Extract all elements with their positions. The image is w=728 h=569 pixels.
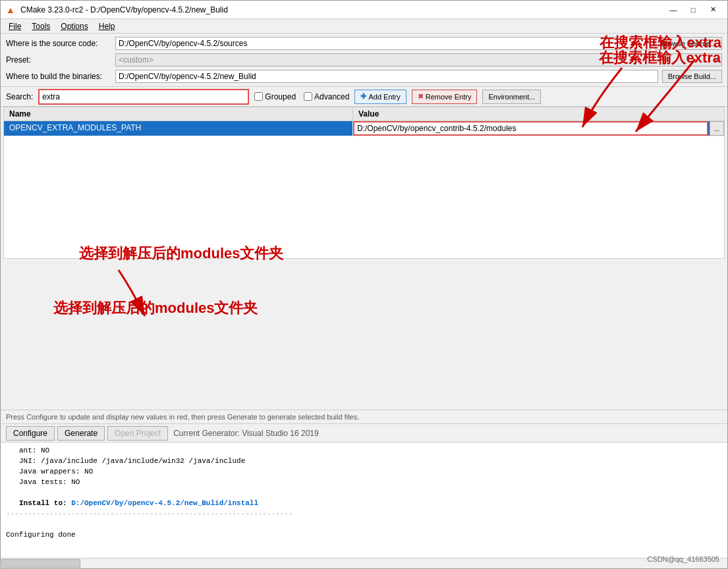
table-header: Name Value: [4, 107, 724, 121]
log-val-install: D:/OpenCV/by/opencv-4.5.2/new_Bulid/inst…: [71, 499, 258, 507]
log-val-jni: /java/include /java/include/win32 /java/…: [41, 457, 245, 465]
generate-button[interactable]: Generate: [57, 426, 105, 441]
cell-name-0[interactable]: OPENCV_EXTRA_MODULES_PATH: [4, 121, 353, 136]
browse-build-button[interactable]: Browse Build...: [662, 70, 722, 83]
window-title: CMake 3.23.0-rc2 - D:/OpenCV/by/opencv-4…: [20, 5, 228, 14]
title-controls: — □ ✕: [664, 3, 722, 16]
log-key-jni: JNI:: [19, 457, 41, 465]
title-bar-left: ▲ CMake 3.23.0-rc2 - D:/OpenCV/by/opencv…: [6, 5, 228, 15]
advanced-checkbox[interactable]: [304, 92, 312, 101]
close-button[interactable]: ✕: [704, 3, 722, 16]
log-area: ant: NO JNI: /java/include /java/include…: [1, 443, 727, 558]
log-line-ant: ant: NO: [6, 445, 722, 456]
log-val-ant: NO: [41, 447, 49, 454]
content-area: Where is the source code: Browse Source.…: [1, 34, 727, 568]
log-line-install: Install to: D:/OpenCV/by/opencv-4.5.2/ne…: [6, 498, 722, 508]
log-line-java-tests: Java tests: NO: [6, 477, 722, 487]
remove-entry-button[interactable]: ✖ Remove Entry: [412, 90, 478, 104]
main-window: ▲ CMake 3.23.0-rc2 - D:/OpenCV/by/opencv…: [0, 0, 728, 569]
plus-icon: ✚: [360, 92, 366, 101]
table-container: Name Value OPENCV_EXTRA_MODULES_PATH ...: [3, 107, 725, 259]
log-key-install: Install to:: [19, 499, 71, 507]
configure-button[interactable]: Configure: [6, 426, 55, 441]
watermark: CSDN@qq_41663505: [647, 555, 719, 563]
add-entry-label: Add Entry: [368, 93, 400, 101]
log-key-java-wrappers: Java wrappers:: [19, 468, 84, 475]
menu-file[interactable]: File: [3, 20, 26, 32]
log-line-java-wrappers: Java wrappers: NO: [6, 466, 722, 477]
source-label: Where is the source code:: [6, 39, 111, 48]
source-row: Where is the source code: Browse Source.…: [6, 36, 722, 51]
status-bar: Press Configure to update and display ne…: [1, 410, 727, 423]
checkbox-group: Grouped Advanced: [254, 92, 349, 101]
menu-bar: File Tools Options Help: [1, 19, 727, 34]
build-row: Where to build the binaries: Browse Buil…: [6, 69, 722, 84]
search-input[interactable]: [40, 90, 248, 103]
menu-help[interactable]: Help: [94, 20, 121, 32]
add-entry-button[interactable]: ✚ Add Entry: [354, 90, 406, 104]
bottom-area: Configure Generate Open Project Current …: [1, 423, 727, 568]
log-line-configuring-done: Configuring done: [6, 529, 722, 540]
annotation-bottom-text: 选择到解压后的modules文件夹: [53, 300, 258, 316]
col-value-header: Value: [353, 107, 724, 121]
search-input-wrapper: [38, 89, 249, 105]
build-input[interactable]: [115, 70, 658, 83]
search-row: Search: Grouped Advanced ✚ Add Entry ✖: [1, 87, 727, 107]
horizontal-scrollbar-thumb[interactable]: [1, 559, 80, 568]
x-icon: ✖: [418, 92, 424, 101]
browse-source-button[interactable]: Browse Source...: [655, 37, 722, 50]
cell-value-wrapper-0: ...: [353, 121, 724, 136]
preset-label: Preset:: [6, 55, 111, 65]
bottom-scroll[interactable]: [1, 558, 727, 568]
grouped-checkbox-label[interactable]: Grouped: [254, 92, 296, 101]
log-line-separator: ----------------------------------------…: [6, 508, 722, 519]
preset-row: Preset: <custom>: [6, 53, 722, 67]
advanced-label: Advanced: [314, 92, 349, 101]
app-icon: ▲: [6, 5, 16, 15]
preset-dropdown[interactable]: <custom>: [115, 53, 722, 67]
maximize-button[interactable]: □: [684, 3, 702, 16]
bottom-toolbar: Configure Generate Open Project Current …: [1, 424, 727, 443]
menu-tools[interactable]: Tools: [26, 20, 55, 32]
minimize-button[interactable]: —: [664, 3, 683, 16]
search-label: Search:: [6, 92, 33, 101]
annotation-area: 在搜索框输入extra 选择到解压后的modules文件夹: [1, 259, 727, 410]
log-val-java-wrappers: NO: [84, 468, 93, 475]
col-name-header: Name: [4, 107, 353, 121]
log-line-jni: JNI: /java/include /java/include/win32 /…: [6, 456, 722, 466]
title-bar: ▲ CMake 3.23.0-rc2 - D:/OpenCV/by/opencv…: [1, 1, 727, 19]
environment-button[interactable]: Environment...: [482, 90, 541, 104]
cell-value-input-0[interactable]: [353, 121, 708, 136]
log-line-blank2: [6, 519, 722, 529]
advanced-checkbox-label[interactable]: Advanced: [304, 92, 349, 101]
annotation-bottom: 选择到解压后的modules文件夹: [53, 298, 258, 318]
build-label: Where to build the binaries:: [6, 72, 111, 81]
open-project-button[interactable]: Open Project: [107, 426, 168, 441]
toolbar: Where is the source code: Browse Source.…: [1, 34, 727, 87]
grouped-label: Grouped: [265, 92, 296, 101]
source-input[interactable]: [115, 37, 651, 50]
cell-browse-button-0[interactable]: ...: [710, 121, 724, 136]
remove-entry-label: Remove Entry: [426, 93, 472, 101]
log-key-ant: ant:: [19, 447, 41, 454]
menu-options[interactable]: Options: [55, 20, 93, 32]
log-key-java-tests: Java tests:: [19, 478, 71, 486]
table-row[interactable]: OPENCV_EXTRA_MODULES_PATH ...: [4, 121, 724, 136]
log-val-java-tests: NO: [71, 478, 80, 486]
grouped-checkbox[interactable]: [254, 92, 263, 101]
generator-text: Current Generator: Visual Studio 16 2019: [173, 429, 319, 438]
log-line-blank: [6, 487, 722, 498]
status-message: Press Configure to update and display ne…: [6, 413, 359, 421]
